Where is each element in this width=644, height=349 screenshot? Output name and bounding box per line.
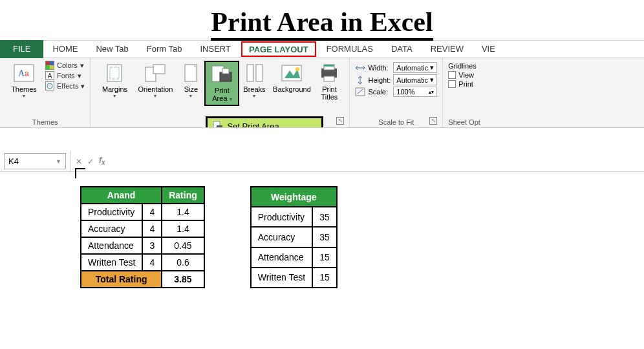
svg-rect-26 xyxy=(324,65,334,67)
svg-rect-6 xyxy=(50,65,54,69)
svg-point-22 xyxy=(295,67,299,71)
tab-insert[interactable]: INSERT xyxy=(191,40,239,58)
height-icon xyxy=(355,76,365,85)
anand-table: AnandRating Productivity41.4 Accuracy41.… xyxy=(80,186,205,288)
themes-button[interactable]: Aa Themes▾ xyxy=(5,61,43,100)
fonts-button[interactable]: A Fonts ▾ xyxy=(45,71,85,80)
table-cell[interactable]: Attendance xyxy=(81,237,142,254)
breaks-button[interactable]: Breaks▾ xyxy=(239,61,269,100)
margins-button[interactable]: Margins▾ xyxy=(96,61,133,100)
size-icon xyxy=(180,62,202,84)
background-button[interactable]: Background xyxy=(269,61,314,94)
table-cell[interactable]: 0.45 xyxy=(162,237,204,254)
table-cell[interactable]: 1.4 xyxy=(162,220,204,237)
table-cell[interactable]: Written Test xyxy=(81,254,142,271)
fx-icon[interactable]: fx xyxy=(99,156,105,166)
weightage-table: Weightage Productivity35 Accuracy35 Atte… xyxy=(250,186,338,288)
gridlines-print[interactable]: Print xyxy=(448,80,476,88)
weightage-header: Weightage xyxy=(251,187,337,207)
width-icon xyxy=(355,63,365,72)
size-button[interactable]: Size▾ xyxy=(177,61,204,100)
formula-bar: K4▼ ✕ ✓ fx xyxy=(0,151,644,172)
worksheet-area: AnandRating Productivity41.4 Accuracy41.… xyxy=(0,172,644,288)
tab-view[interactable]: VIE xyxy=(473,40,504,58)
svg-rect-17 xyxy=(217,125,222,128)
width-combo[interactable]: Automatic▾ xyxy=(393,62,437,73)
table-cell[interactable]: 0.6 xyxy=(162,254,204,271)
themes-icon: Aa xyxy=(13,62,35,84)
table-cell[interactable]: Accuracy xyxy=(251,227,312,247)
table-cell[interactable]: 1.4 xyxy=(162,204,204,220)
svg-rect-25 xyxy=(324,76,334,81)
table-cell[interactable]: 3 xyxy=(142,237,162,254)
svg-rect-19 xyxy=(256,65,263,81)
print-area-button[interactable]: PrintArea ▾ Set Print Area Clear Print A… xyxy=(204,61,239,106)
height-combo[interactable]: Automatic▾ xyxy=(393,74,437,85)
tab-pagelayout[interactable]: PAGE LAYOUT xyxy=(241,41,316,57)
tab-newtab[interactable]: New Tab xyxy=(87,40,137,58)
enter-icon[interactable]: ✓ xyxy=(87,157,94,166)
print-area-icon xyxy=(211,63,233,85)
svg-rect-15 xyxy=(222,69,229,74)
group-label-themes: Themes xyxy=(5,117,85,126)
ribbon: Aa Themes▾ Colors ▾ A Fonts ▾ Effects ▾ xyxy=(0,58,644,128)
colors-icon xyxy=(45,61,54,70)
table-cell[interactable]: Written Test xyxy=(251,268,312,288)
table-cell[interactable]: 15 xyxy=(312,248,337,268)
total-label[interactable]: Total Rating xyxy=(81,271,162,288)
svg-text:a: a xyxy=(25,69,29,78)
print-area-dropdown: Set Print Area Clear Print Area Add to P… xyxy=(206,116,323,128)
print-titles-button[interactable]: PrintTitles xyxy=(314,61,344,102)
table-cell[interactable]: 4 xyxy=(142,204,162,220)
total-value[interactable]: 3.85 xyxy=(162,271,204,288)
group-page-setup: Margins▾ Orientation▾ Size▾ PrintArea ▾ … xyxy=(91,58,350,127)
table-cell[interactable]: Productivity xyxy=(251,207,312,227)
group-sheet-options: Gridlines View Print Sheet Opt xyxy=(443,58,486,127)
tab-data[interactable]: DATA xyxy=(382,40,422,58)
anand-header: Anand xyxy=(81,187,162,204)
effects-button[interactable]: Effects ▾ xyxy=(45,81,85,90)
rating-header: Rating xyxy=(162,187,204,204)
set-print-area-item[interactable]: Set Print Area xyxy=(208,118,321,128)
svg-rect-3 xyxy=(46,61,50,65)
tab-file[interactable]: FILE xyxy=(0,40,43,58)
table-cell[interactable]: 35 xyxy=(312,207,337,227)
breaks-icon xyxy=(243,62,265,84)
group-scale: Width: Automatic▾ Height: Automatic▾ Sca… xyxy=(350,58,443,127)
svg-point-7 xyxy=(47,83,52,89)
tab-formtab[interactable]: Form Tab xyxy=(138,40,191,58)
table-cell[interactable]: 15 xyxy=(312,268,337,288)
table-cell[interactable]: Productivity xyxy=(81,204,142,220)
fonts-icon: A xyxy=(45,71,54,80)
name-box[interactable]: K4▼ xyxy=(4,153,66,169)
table-cell[interactable]: Accuracy xyxy=(81,220,142,237)
table-cell[interactable]: 4 xyxy=(142,220,162,237)
scale-label: Scale: xyxy=(368,88,391,96)
pagesetup-launcher[interactable]: ⤡ xyxy=(336,117,344,125)
page-title: Print Area in Excel xyxy=(0,0,644,40)
scale-launcher[interactable]: ⤡ xyxy=(429,117,437,125)
group-label-sheet: Sheet Opt xyxy=(448,117,480,126)
tab-formulas[interactable]: FORMULAS xyxy=(317,40,382,58)
gridlines-view[interactable]: View xyxy=(448,71,476,79)
orientation-icon xyxy=(144,62,166,84)
colors-button[interactable]: Colors ▾ xyxy=(45,61,85,70)
scale-icon xyxy=(355,87,365,96)
set-print-area-icon xyxy=(213,121,223,128)
effects-icon xyxy=(45,81,54,90)
orientation-button[interactable]: Orientation▾ xyxy=(133,61,177,100)
scale-combo[interactable]: 100%▴▾ xyxy=(393,87,437,97)
table-cell[interactable]: 35 xyxy=(312,227,337,247)
gridlines-label: Gridlines xyxy=(448,62,476,70)
checkbox-icon xyxy=(448,71,456,79)
group-label-scale: Scale to Fit⤡ xyxy=(355,117,437,126)
svg-rect-18 xyxy=(247,65,253,81)
table-cell[interactable]: 4 xyxy=(142,254,162,271)
table-cell[interactable]: Attendance xyxy=(251,248,312,268)
tab-review[interactable]: REVIEW xyxy=(422,40,473,58)
tab-home[interactable]: HOME xyxy=(43,40,87,58)
group-themes: Aa Themes▾ Colors ▾ A Fonts ▾ Effects ▾ xyxy=(0,58,91,127)
print-titles-icon xyxy=(318,62,340,84)
cancel-icon[interactable]: ✕ xyxy=(76,157,82,166)
svg-rect-4 xyxy=(50,61,54,65)
